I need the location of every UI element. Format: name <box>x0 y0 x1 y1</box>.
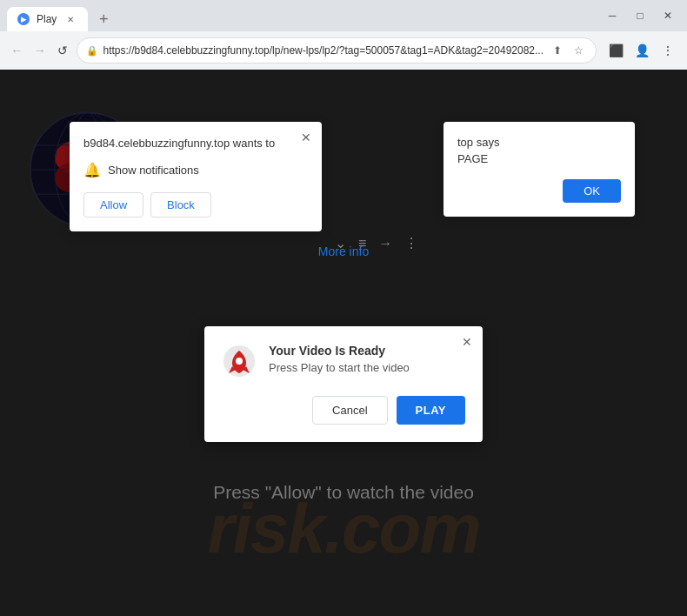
forward-button[interactable]: → <box>30 38 50 63</box>
page-dialog-buttons: OK <box>457 179 621 203</box>
video-popup-close-button[interactable]: ✕ <box>458 333 476 351</box>
close-button[interactable]: ✕ <box>656 7 680 24</box>
new-tab-button[interactable]: + <box>91 7 116 31</box>
share-url-button[interactable]: ⬆ <box>549 42 566 59</box>
bell-icon: 🔔 <box>83 162 101 178</box>
show-notifications-label: Show notifications <box>108 164 199 177</box>
title-bar-controls: ─ □ ✕ <box>600 7 680 24</box>
url-bar[interactable]: 🔒 https://b9d84.celebbuzzingfunny.top/lp… <box>77 37 597 64</box>
menu-button[interactable]: ⋮ <box>656 38 680 63</box>
ok-button[interactable]: OK <box>563 179 621 203</box>
tabs-area: ▶ Play ✕ + <box>7 0 600 31</box>
tab-close-button[interactable]: ✕ <box>63 12 77 26</box>
play-button[interactable]: PLAY <box>397 396 465 425</box>
video-popup-content: Your Video Is Ready Press Play to start … <box>222 344 465 378</box>
notif-dialog-close-button[interactable]: ✕ <box>297 129 315 146</box>
tab-title: Play <box>37 13 57 25</box>
page-says-title: top says <box>457 136 621 149</box>
notif-show-row: 🔔 Show notifications <box>83 162 308 178</box>
page-content: risk.com Press "Allow" to watch the vide… <box>0 70 687 616</box>
toolbar-buttons: ⬛ 👤 ⋮ <box>604 38 680 63</box>
browser-window: ▶ Play ✕ + ─ □ ✕ ← <box>0 0 687 616</box>
cancel-button[interactable]: Cancel <box>312 396 387 425</box>
page-says-dialog: top says PAGE OK <box>444 122 635 217</box>
block-button[interactable]: Block <box>150 192 211 218</box>
allow-button[interactable]: Allow <box>83 192 143 218</box>
notif-dialog-title: b9d84.celebbuzzingfunny.top wants to <box>83 136 308 151</box>
address-bar: ← → ↺ 🔒 https://b9d84.celebbuzzingfunny.… <box>0 31 687 70</box>
notification-dialog: ✕ b9d84.celebbuzzingfunny.top wants to 🔔… <box>70 122 322 231</box>
active-tab[interactable]: ▶ Play ✕ <box>7 7 88 31</box>
back-button[interactable]: ← <box>7 38 27 63</box>
rocket-icon <box>222 344 257 378</box>
reload-button[interactable]: ↺ <box>53 38 73 63</box>
align-icon[interactable]: ≡ <box>358 236 366 251</box>
video-popup-buttons: Cancel PLAY <box>222 396 465 425</box>
more-icon[interactable]: ⋮ <box>404 235 418 251</box>
page-says-message: PAGE <box>457 152 621 165</box>
more-info-container: ⌄ ≡ → ⋮ More info <box>0 244 687 259</box>
video-popup-subtitle: Press Play to start the video <box>269 361 410 374</box>
notif-dialog-buttons: Allow Block <box>83 192 308 218</box>
minimize-button[interactable]: ─ <box>600 7 624 24</box>
press-allow-text: Press "Allow" to watch the video <box>0 482 687 503</box>
maximize-button[interactable]: □ <box>628 7 652 24</box>
lock-icon: 🔒 <box>86 45 98 57</box>
video-popup: ✕ Your Video Is Ready Press Play to star… <box>204 326 483 442</box>
chevron-down-icon[interactable]: ⌄ <box>335 235 346 251</box>
title-bar: ▶ Play ✕ + ─ □ ✕ <box>0 0 687 31</box>
page-toolbar: ⌄ ≡ → ⋮ <box>335 235 418 251</box>
video-popup-title: Your Video Is Ready <box>269 344 410 358</box>
url-text: https://b9d84.celebbuzzingfunny.top/lp/n… <box>103 44 544 57</box>
extensions-button[interactable]: ⬛ <box>604 38 628 63</box>
share-icon[interactable]: → <box>378 236 392 251</box>
profile-button[interactable]: 👤 <box>630 38 654 63</box>
bookmark-button[interactable]: ☆ <box>570 42 587 59</box>
svg-point-11 <box>236 358 243 365</box>
tab-favicon: ▶ <box>17 13 30 25</box>
video-popup-text: Your Video Is Ready Press Play to start … <box>269 344 410 374</box>
url-icons: ⬆ ☆ <box>549 42 587 59</box>
